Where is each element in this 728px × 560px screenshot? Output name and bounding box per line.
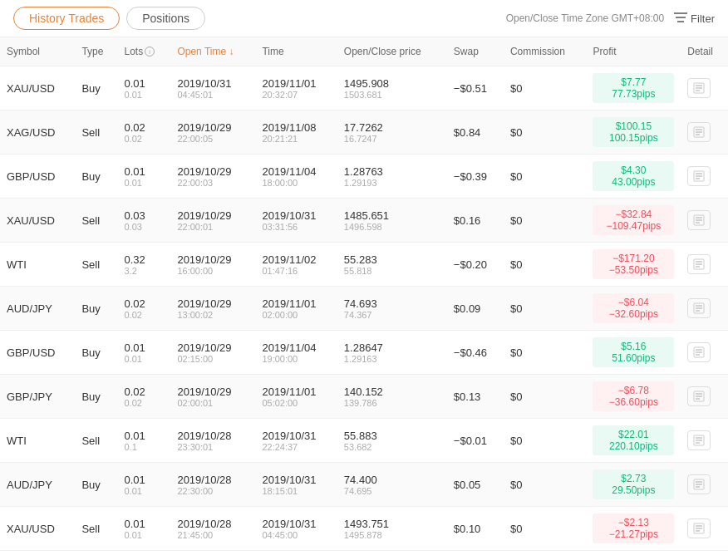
detail-icon-3[interactable] [687, 210, 711, 230]
filter-label: Filter [691, 12, 715, 25]
cell-type-2: Buy [75, 155, 117, 199]
cell-detail-7[interactable] [681, 375, 728, 419]
table-row: XAU/USD Sell 0.01 0.01 2019/10/28 21:45:… [0, 507, 728, 551]
detail-icon-4[interactable] [687, 254, 711, 274]
filter-button[interactable]: Filter [674, 12, 715, 26]
cell-opentime-10: 2019/10/28 21:45:00 [170, 507, 255, 551]
cell-lots-7: 0.02 0.02 [117, 375, 170, 419]
cell-swap-5: $0.09 [447, 287, 504, 331]
cell-opentime-6: 2019/10/29 02:15:00 [170, 331, 255, 375]
col-swap: Swap [447, 37, 504, 66]
cell-profit-10: −$2.13 −21.27pips [586, 507, 681, 551]
cell-symbol-2: GBP/USD [0, 155, 75, 199]
cell-detail-4[interactable] [681, 243, 728, 287]
cell-swap-10: $0.10 [447, 507, 504, 551]
cell-detail-5[interactable] [681, 287, 728, 331]
cell-commission-1: $0 [504, 111, 587, 155]
cell-type-3: Sell [75, 199, 117, 243]
cell-price-0: 1495.908 1503.681 [337, 66, 447, 111]
cell-detail-1[interactable] [681, 111, 728, 155]
cell-opentime-4: 2019/10/29 16:00:00 [170, 243, 255, 287]
table-row: AUD/JPY Buy 0.02 0.02 2019/10/29 13:00:0… [0, 287, 728, 331]
detail-icon-8[interactable] [687, 430, 711, 450]
top-right-info: Open/Close Time Zone GMT+08:00 Filter [506, 12, 715, 26]
tab-group: History Trades Positions [13, 7, 205, 30]
cell-lots-2: 0.01 0.01 [117, 155, 170, 199]
lots-info-icon[interactable]: i [145, 47, 155, 56]
col-profit: Profit [586, 37, 681, 66]
cell-opentime-8: 2019/10/28 23:30:01 [170, 419, 255, 463]
cell-commission-5: $0 [504, 287, 587, 331]
cell-lots-1: 0.02 0.02 [117, 111, 170, 155]
cell-symbol-7: GBP/JPY [0, 375, 75, 419]
detail-icon-5[interactable] [687, 298, 711, 318]
cell-commission-4: $0 [504, 243, 587, 287]
cell-swap-6: −$0.46 [447, 331, 504, 375]
col-type: Type [75, 37, 117, 66]
cell-detail-6[interactable] [681, 331, 728, 375]
cell-detail-0[interactable] [681, 66, 728, 111]
cell-profit-3: −$32.84 −109.47pips [586, 199, 681, 243]
detail-icon-0[interactable] [687, 78, 711, 98]
cell-type-4: Sell [75, 243, 117, 287]
cell-symbol-1: XAG/USD [0, 111, 75, 155]
cell-detail-10[interactable] [681, 507, 728, 551]
cell-detail-2[interactable] [681, 155, 728, 199]
cell-type-7: Buy [75, 375, 117, 419]
timezone-label: Open/Close Time Zone GMT+08:00 [506, 12, 664, 24]
cell-price-9: 74.400 74.695 [337, 463, 447, 507]
cell-commission-7: $0 [504, 375, 587, 419]
cell-symbol-10: XAU/USD [0, 507, 75, 551]
filter-icon [674, 12, 687, 26]
col-detail: Detail [681, 37, 728, 66]
detail-icon-10[interactable] [687, 518, 711, 538]
cell-profit-5: −$6.04 −32.60pips [586, 287, 681, 331]
cell-type-10: Sell [75, 507, 117, 551]
table-header: Symbol Type Lots i Open Time ↓ Time Open… [0, 37, 728, 66]
detail-icon-2[interactable] [687, 166, 711, 186]
table-body: XAU/USD Buy 0.01 0.01 2019/10/31 04:45:0… [0, 66, 728, 551]
detail-icon-9[interactable] [687, 474, 711, 494]
cell-detail-3[interactable] [681, 199, 728, 243]
detail-icon-1[interactable] [687, 122, 711, 142]
cell-type-1: Sell [75, 111, 117, 155]
detail-icon-7[interactable] [687, 386, 711, 406]
table-row: GBP/JPY Buy 0.02 0.02 2019/10/29 02:00:0… [0, 375, 728, 419]
cell-swap-7: $0.13 [447, 375, 504, 419]
table-row: WTI Sell 0.01 0.1 2019/10/28 23:30:01 20… [0, 419, 728, 463]
cell-price-4: 55.283 55.818 [337, 243, 447, 287]
table-row: GBP/USD Buy 0.01 0.01 2019/10/29 02:15:0… [0, 331, 728, 375]
cell-detail-8[interactable] [681, 419, 728, 463]
cell-symbol-5: AUD/JPY [0, 287, 75, 331]
col-open-time[interactable]: Open Time ↓ [170, 37, 255, 66]
cell-lots-4: 0.32 3.2 [117, 243, 170, 287]
cell-profit-6: $5.16 51.60pips [586, 331, 681, 375]
cell-opentime-3: 2019/10/29 22:00:01 [170, 199, 255, 243]
cell-symbol-6: GBP/USD [0, 331, 75, 375]
cell-time-1: 2019/11/08 20:21:21 [255, 111, 337, 155]
cell-time-5: 2019/11/01 02:00:00 [255, 287, 337, 331]
cell-swap-8: −$0.01 [447, 419, 504, 463]
cell-type-9: Buy [75, 463, 117, 507]
cell-lots-10: 0.01 0.01 [117, 507, 170, 551]
table-row: GBP/USD Buy 0.01 0.01 2019/10/29 22:00:0… [0, 155, 728, 199]
cell-profit-4: −$171.20 −53.50pips [586, 243, 681, 287]
cell-profit-9: $2.73 29.50pips [586, 463, 681, 507]
cell-symbol-3: XAU/USD [0, 199, 75, 243]
detail-icon-6[interactable] [687, 342, 711, 362]
cell-opentime-2: 2019/10/29 22:00:03 [170, 155, 255, 199]
sort-arrow-icon: ↓ [229, 46, 234, 57]
cell-time-3: 2019/10/31 03:31:56 [255, 199, 337, 243]
cell-price-8: 55.883 53.682 [337, 419, 447, 463]
tab-positions[interactable]: Positions [126, 7, 205, 30]
cell-price-7: 140.152 139.786 [337, 375, 447, 419]
cell-type-6: Buy [75, 331, 117, 375]
table-row: XAU/USD Buy 0.01 0.01 2019/10/31 04:45:0… [0, 66, 728, 111]
tab-history-trades[interactable]: History Trades [13, 7, 120, 30]
cell-time-2: 2019/11/04 18:00:00 [255, 155, 337, 199]
col-commission: Commission [504, 37, 587, 66]
cell-price-6: 1.28647 1.29163 [337, 331, 447, 375]
cell-symbol-9: AUD/JPY [0, 463, 75, 507]
cell-opentime-5: 2019/10/29 13:00:02 [170, 287, 255, 331]
cell-detail-9[interactable] [681, 463, 728, 507]
